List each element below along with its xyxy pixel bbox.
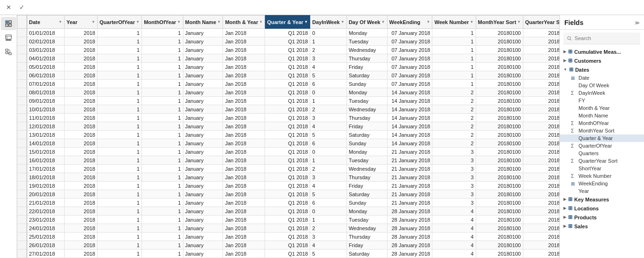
table-row[interactable]: 26/01/2018201811JanuaryJan 2018Q1 20184F… — [17, 241, 560, 250]
col-header-year[interactable]: Year▼ — [65, 16, 98, 29]
field-group-6[interactable]: ⊞Sales — [560, 222, 644, 231]
field-item-2-1[interactable]: Day Of Week — [560, 82, 644, 89]
field-item-2-13[interactable]: ΣWeek Number — [560, 172, 644, 180]
table-row[interactable]: 04/01/2018201811JanuaryJan 2018Q1 20183T… — [17, 54, 560, 63]
col-header-dayinweek[interactable]: DayInWeek▼ — [310, 16, 347, 29]
table-row[interactable]: 09/01/2018201811JanuaryJan 2018Q1 20181T… — [17, 97, 560, 105]
table-row[interactable]: 23/01/2018201811JanuaryJan 2018Q1 20181T… — [17, 216, 560, 224]
table-row[interactable]: 10/01/2018201811JanuaryJan 2018Q1 20182W… — [17, 105, 560, 114]
field-item-2-5[interactable]: Month Name — [560, 112, 644, 119]
table-row[interactable]: 19/01/2018201811JanuaryJan 2018Q1 20184F… — [17, 182, 560, 190]
table-row[interactable]: 17/01/2018201811JanuaryJan 2018Q1 20182W… — [17, 165, 560, 173]
cell-monthyearsort: 20180100 — [476, 165, 523, 173]
cell-quarteryear: Q1 2018 — [265, 105, 310, 114]
cell-dayinweek: 1 — [310, 156, 347, 165]
field-item-2-11[interactable]: ΣQuarterYear Sort — [560, 157, 644, 165]
cell-monthofyear: 1 — [142, 71, 183, 80]
cell-quarteryearsort: 20180100 — [523, 250, 559, 258]
table-row[interactable]: 21/01/2018201811JanuaryJan 2018Q1 20186S… — [17, 199, 560, 207]
field-item-2-12[interactable]: ShortYear — [560, 165, 644, 172]
field-item-2-10[interactable]: Quarters — [560, 150, 644, 157]
table-row[interactable]: 08/01/2018201811JanuaryJan 2018Q1 20180M… — [17, 88, 560, 97]
field-group-0[interactable]: ⊞Cumulative Meas... — [560, 47, 644, 56]
field-item-label-2-14: WeekEnding — [578, 181, 608, 186]
cell-monthname: January — [183, 88, 223, 97]
table-row[interactable]: 11/01/2018201811JanuaryJan 2018Q1 20183T… — [17, 114, 560, 122]
col-header-monthyearsort[interactable]: MonthYear Sort▼ — [476, 16, 523, 29]
cell-monthname: January — [183, 37, 223, 46]
field-item-2-8[interactable]: Quarter & Year — [560, 134, 644, 142]
field-item-2-6[interactable]: ΣMonthOfYear — [560, 119, 644, 127]
table-row[interactable]: 16/01/2018201811JanuaryJan 2018Q1 20181T… — [17, 156, 560, 165]
col-header-monthyear[interactable]: Month & Year▼ — [223, 16, 265, 29]
data-table-area[interactable]: Date▼Year▼QuarterOfYear▼MonthOfYear▼Mont… — [17, 15, 559, 258]
col-header-weekending[interactable]: WeekEnding▼ — [387, 16, 432, 29]
cell-quarteryearsort: 20180100 — [523, 54, 559, 63]
row-number-cell — [17, 122, 27, 131]
cell-quarteryear: Q1 2018 — [265, 148, 310, 156]
table-row[interactable]: 25/01/2018201811JanuaryJan 2018Q1 20183T… — [17, 233, 560, 241]
table-row[interactable]: 01/01/2018201811JanuaryJan 2018Q1 20180M… — [17, 29, 560, 37]
field-item-2-15[interactable]: Year — [560, 187, 644, 195]
cell-year: 2018 — [65, 131, 98, 139]
grid-view-button[interactable] — [1, 17, 16, 30]
col-header-quarteryear[interactable]: Quarter & Year▼ — [265, 16, 310, 29]
table-row[interactable]: 18/01/2018201811JanuaryJan 2018Q1 20183T… — [17, 173, 560, 182]
cell-year: 2018 — [65, 173, 98, 182]
table-row[interactable]: 06/01/2018201811JanuaryJan 2018Q1 20185S… — [17, 71, 560, 80]
table-row[interactable]: 03/01/2018201811JanuaryJan 2018Q1 20182W… — [17, 46, 560, 54]
confirm-icon[interactable]: ✓ — [17, 3, 26, 12]
cell-dayinweek: 1 — [310, 37, 347, 46]
table-row[interactable]: 22/01/2018201811JanuaryJan 2018Q1 20180M… — [17, 207, 560, 216]
field-group-5[interactable]: ⊞Products — [560, 213, 644, 222]
field-item-2-3[interactable]: FY — [560, 97, 644, 104]
cell-monthofyear: 1 — [142, 131, 183, 139]
cell-quarteryear: Q1 2018 — [265, 29, 310, 37]
table-row[interactable]: 12/01/2018201811JanuaryJan 2018Q1 20184F… — [17, 122, 560, 131]
col-header-date[interactable]: Date▼ — [27, 16, 65, 29]
cell-dayofweek: Saturday — [347, 190, 387, 199]
field-item-2-14[interactable]: ⊞WeekEnding — [560, 180, 644, 187]
cell-monthyearsort: 20180100 — [476, 216, 523, 224]
table-row[interactable]: 20/01/2018201811JanuaryJan 2018Q1 20185S… — [17, 190, 560, 199]
cell-dayinweek: 1 — [310, 97, 347, 105]
table-row[interactable]: 02/01/2018201811JanuaryJan 2018Q1 20181T… — [17, 37, 560, 46]
cell-monthyear: Jan 2018 — [223, 29, 265, 37]
cell-monthname: January — [183, 224, 223, 233]
col-header-weeknumber[interactable]: Week Number▼ — [432, 16, 476, 29]
fields-search-box[interactable] — [563, 33, 640, 44]
cell-monthofyear: 1 — [142, 54, 183, 63]
row-number-cell — [17, 37, 27, 46]
table-row[interactable]: 14/01/2018201811JanuaryJan 2018Q1 20186S… — [17, 139, 560, 148]
cell-quarteryear: Q1 2018 — [265, 54, 310, 63]
cell-monthofyear: 1 — [142, 156, 183, 165]
data-view-button[interactable] — [1, 45, 16, 58]
field-group-2[interactable]: ⊞Dates — [560, 65, 644, 74]
fields-collapse-icon[interactable]: ≫ — [635, 20, 639, 25]
fields-search-input[interactable] — [575, 35, 636, 41]
table-row[interactable]: 15/01/2018201811JanuaryJan 2018Q1 20180M… — [17, 148, 560, 156]
cell-quarterofyear: 1 — [98, 80, 142, 88]
field-item-2-0[interactable]: ⊞Date — [560, 74, 644, 82]
close-icon[interactable]: ✕ — [4, 3, 13, 12]
cell-monthyear: Jan 2018 — [223, 46, 265, 54]
table-row[interactable]: 27/01/2018201811JanuaryJan 2018Q1 20185S… — [17, 250, 560, 258]
field-item-2-9[interactable]: ΣQuarterOfYear — [560, 142, 644, 150]
field-item-2-2[interactable]: ΣDayInWeek — [560, 89, 644, 97]
col-header-dayofweek[interactable]: Day Of Week▼ — [347, 16, 387, 29]
report-view-button[interactable] — [1, 31, 16, 44]
col-header-quarterofyear[interactable]: QuarterOfYear▼ — [98, 16, 142, 29]
col-header-quarteryearsort[interactable]: QuarterYear Sort▼ — [523, 16, 559, 29]
field-group-4[interactable]: ⊞Locations — [560, 204, 644, 213]
table-row[interactable]: 13/01/2018201811JanuaryJan 2018Q1 20185S… — [17, 131, 560, 139]
field-group-1[interactable]: ⊞Customers — [560, 56, 644, 65]
field-group-3[interactable]: ⊞Key Measures — [560, 195, 644, 204]
table-row[interactable]: 05/01/2018201811JanuaryJan 2018Q1 20184F… — [17, 63, 560, 71]
cell-weekending: 14 January 2018 — [387, 105, 432, 114]
col-header-monthofyear[interactable]: MonthOfYear▼ — [142, 16, 183, 29]
table-row[interactable]: 24/01/2018201811JanuaryJan 2018Q1 20182W… — [17, 224, 560, 233]
field-item-2-7[interactable]: ΣMonthYear Sort — [560, 127, 644, 134]
field-item-2-4[interactable]: Month & Year — [560, 104, 644, 112]
col-header-monthname[interactable]: Month Name▼ — [183, 16, 223, 29]
table-row[interactable]: 07/01/2018201811JanuaryJan 2018Q1 20186S… — [17, 80, 560, 88]
